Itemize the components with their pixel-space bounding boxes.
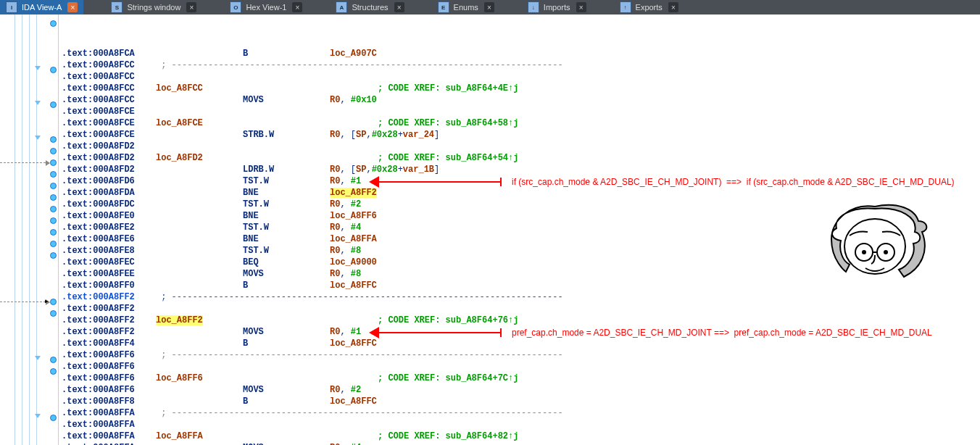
code-xref[interactable]: ; CODE XREF: sub_A8F64+54↑j: [378, 152, 518, 164]
disasm-line[interactable]: .text:000A8FF6 ; -----------------------…: [59, 349, 980, 361]
breakpoint-dot[interactable]: [50, 217, 57, 224]
disasm-line[interactable]: .text:000A8FF2: [59, 303, 980, 315]
close-icon[interactable]: ×: [292, 2, 302, 12]
breakpoint-dot[interactable]: [50, 159, 57, 166]
tab-label: Hex View-1: [246, 3, 286, 12]
disasm-line[interactable]: .text:000A8FCC: [59, 71, 980, 83]
code-xref[interactable]: ; CODE XREF: sub_A8F64+58↑j: [378, 117, 518, 129]
breakpoint-dot[interactable]: [50, 229, 57, 236]
gutter-row: [0, 133, 58, 145]
breakpoint-dot[interactable]: [50, 183, 57, 189]
breakpoint-dot[interactable]: [50, 299, 57, 305]
tab-icon: O: [230, 1, 241, 13]
gutter-row: [0, 17, 58, 29]
code-xref[interactable]: ; CODE XREF: sub_A8F64+76↑j: [378, 315, 518, 326]
disasm-line[interactable]: .text:000A8FF0Bloc_A8FFC: [59, 280, 980, 291]
breakpoint-dot[interactable]: [50, 101, 57, 108]
disasm-line[interactable]: .text:000A8FDABNEloc_A8FF2: [59, 187, 980, 199]
mnemonic: BNE: [243, 187, 330, 199]
tab-imports[interactable]: ↓Imports×: [522, 0, 592, 14]
disasm-line[interactable]: .text:000A8FD2: [59, 141, 980, 152]
operands: R0, #1: [330, 326, 361, 338]
disasm-line[interactable]: .text:000A8FDCTST.WR0, #2: [59, 199, 980, 210]
mnemonic: TST.W: [243, 245, 330, 257]
breakpoint-dot[interactable]: [50, 252, 57, 259]
disasm-line[interactable]: .text:000A8FF2 ; -----------------------…: [59, 291, 980, 303]
address: .text:000A8FD2: [62, 164, 156, 175]
disasm-line[interactable]: .text:000A8FECBEQloc_A9000: [59, 257, 980, 268]
breakpoint-dot[interactable]: [50, 67, 57, 73]
disasm-line[interactable]: .text:000A8FF4Bloc_A8FFC: [59, 338, 980, 349]
code-label: [156, 384, 243, 396]
disasm-line[interactable]: .text:000A8FFAloc_A8FFA; CODE XREF: sub_…: [59, 431, 980, 442]
address: .text:000A8FD2: [62, 152, 156, 164]
tab-structures[interactable]: AStructures×: [330, 0, 410, 14]
close-icon[interactable]: ×: [394, 2, 404, 12]
code-xref[interactable]: ; CODE XREF: sub_A8F64+82↑j: [378, 431, 518, 442]
breakpoint-dot[interactable]: [50, 415, 57, 421]
gutter-row: [0, 273, 58, 284]
address: .text:000A8FF6: [62, 384, 156, 396]
disasm-line[interactable]: .text:000A8FCABloc_A907C: [59, 48, 980, 59]
breakpoint-dot[interactable]: [50, 194, 57, 201]
close-icon[interactable]: ×: [576, 2, 586, 12]
code-label: loc_A8FD2: [156, 152, 243, 164]
breakpoint-dot[interactable]: [50, 136, 57, 143]
gutter-row: [0, 168, 58, 180]
close-icon[interactable]: ×: [186, 2, 196, 12]
disasm-line[interactable]: .text:000A8FF6loc_A8FF6; CODE XREF: sub_…: [59, 373, 980, 384]
code-label: [156, 419, 243, 431]
disasm-line[interactable]: .text:000A8FCCMOVSR0, #0x10: [59, 94, 980, 106]
code-label: loc_A8FF2: [156, 315, 243, 326]
disasm-line[interactable]: .text:000A8FF2MOVSR0, #1pref_cap.ch_mode…: [59, 326, 980, 338]
flow-arrow-icon: [35, 136, 41, 140]
disasm-line[interactable]: .text:000A8FEEMOVSR0, #8: [59, 268, 980, 280]
breakpoint-dot[interactable]: [50, 148, 57, 154]
tab-label: Strings window: [127, 3, 180, 12]
disasm-line[interactable]: .text:000A8FF2loc_A8FF2; CODE XREF: sub_…: [59, 315, 980, 326]
disasm-line[interactable]: .text:000A8FCESTRB.WR0, [SP,#0x28+var_24…: [59, 129, 980, 141]
disasm-line[interactable]: .text:000A8FF6MOVSR0, #2: [59, 384, 980, 396]
breakpoint-dot[interactable]: [50, 206, 57, 212]
disasm-line[interactable]: .text:000A8FF8Bloc_A8FFC: [59, 396, 980, 407]
disasm-line[interactable]: .text:000A8FE8TST.WR0, #8: [59, 245, 980, 257]
disasm-line[interactable]: .text:000A8FCEloc_A8FCE; CODE XREF: sub_…: [59, 117, 980, 129]
breakpoint-dot[interactable]: [50, 241, 57, 247]
tab-ida-view-a[interactable]: IIDA View-A×: [0, 0, 83, 14]
breakpoint-dot[interactable]: [50, 357, 57, 363]
disasm-line[interactable]: .text:000A8FE0BNEloc_A8FF6: [59, 210, 980, 222]
disasm-line[interactable]: .text:000A8FD2loc_A8FD2; CODE XREF: sub_…: [59, 152, 980, 164]
operands: R0, #2: [330, 199, 361, 210]
breakpoint-dot[interactable]: [50, 310, 57, 317]
disasm-line[interactable]: .text:000A8FFA ; -----------------------…: [59, 407, 980, 419]
tab-strings-window[interactable]: SStrings window×: [105, 0, 202, 14]
disasm-line[interactable]: .text:000A8FE6BNEloc_A8FFA: [59, 233, 980, 245]
disasm-line[interactable]: .text:000A8FD6TST.WR0, #1if (src_cap.ch_…: [59, 175, 980, 187]
tab-enums[interactable]: EEnums×: [432, 0, 500, 14]
gutter-row: [0, 412, 58, 423]
disasm-line[interactable]: .text:000A8FCE: [59, 106, 980, 117]
breakpoint-dot[interactable]: [50, 368, 57, 375]
address: .text:000A8FCE: [62, 129, 156, 141]
disasm-line[interactable]: .text:000A8FF6: [59, 361, 980, 373]
code-xref[interactable]: ; CODE XREF: sub_A8F64+7C↑j: [378, 373, 518, 384]
close-icon[interactable]: ×: [668, 2, 678, 12]
breakpoint-dot[interactable]: [50, 20, 57, 27]
address: .text:000A8FFA: [62, 407, 156, 419]
close-icon[interactable]: ×: [67, 2, 78, 12]
close-icon[interactable]: ×: [484, 2, 494, 12]
code-label: [156, 187, 243, 199]
code-label: [156, 106, 243, 117]
disasm-line[interactable]: .text:000A8FFAMOVSR0, #4: [59, 442, 980, 445]
breakpoint-dot[interactable]: [50, 171, 57, 178]
gutter-row: [0, 157, 58, 168]
tab-exports[interactable]: ↑Exports×: [614, 0, 684, 14]
disasm-view[interactable]: .text:000A8FCABloc_A907C.text:000A8FCC ;…: [59, 14, 980, 445]
disasm-line[interactable]: .text:000A8FCCloc_A8FCC; CODE XREF: sub_…: [59, 83, 980, 94]
disasm-line[interactable]: .text:000A8FD2LDRB.WR0, [SP,#0x28+var_1B…: [59, 164, 980, 175]
disasm-line[interactable]: .text:000A8FFA: [59, 419, 980, 431]
disasm-line[interactable]: .text:000A8FE2TST.WR0, #4: [59, 222, 980, 233]
code-xref[interactable]: ; CODE XREF: sub_A8F64+4E↑j: [378, 83, 518, 94]
disasm-line[interactable]: .text:000A8FCC ; -----------------------…: [59, 59, 980, 71]
tab-hex-view-1[interactable]: OHex View-1×: [224, 0, 308, 14]
